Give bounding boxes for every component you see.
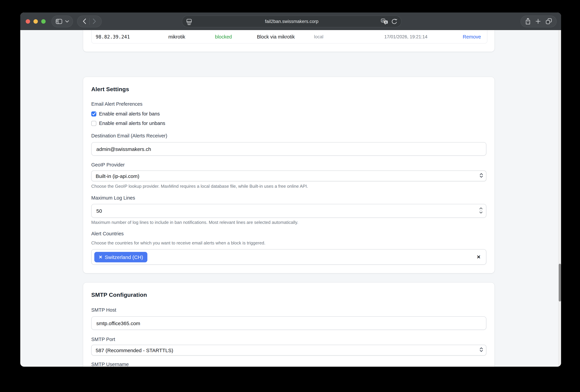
smtp-host-label: SMTP Host xyxy=(91,307,486,313)
smtp-title: SMTP Configuration xyxy=(91,292,486,299)
reload-icon[interactable] xyxy=(391,18,397,25)
sidebar-toggle-group xyxy=(51,15,73,27)
toolbar-actions-group xyxy=(521,15,557,27)
checkbox-row-bans: Enable email alerts for bans xyxy=(91,110,486,117)
browser-toolbar: fail2ban.swissmakers.corp A 文 xyxy=(20,12,561,30)
url-text[interactable]: fail2ban.swissmakers.corp xyxy=(182,19,401,24)
new-tab-icon[interactable] xyxy=(536,19,541,24)
country-tag-label: Switzerland (CH) xyxy=(105,254,143,260)
smtp-port-value: 587 (Recommended - STARTTLS) xyxy=(96,347,173,353)
alert-countries-help: Choose the countries for which you want … xyxy=(91,240,486,246)
unbans-checkbox-label[interactable]: Enable email alerts for unbans xyxy=(99,120,165,126)
unbans-checkbox[interactable] xyxy=(91,121,96,126)
cell-action: Block via mikrotik xyxy=(257,34,295,39)
back-button[interactable] xyxy=(83,18,86,24)
number-stepper-icon[interactable] xyxy=(479,207,483,215)
cell-timestamp: 17/01/2026, 19:21:14 xyxy=(384,34,428,39)
close-window-button[interactable] xyxy=(25,19,30,23)
alert-settings-card: Alert Settings Email Alert Preferences E… xyxy=(83,77,494,273)
share-icon[interactable] xyxy=(525,18,531,25)
cell-ip-address: 98.82.39.241 xyxy=(96,34,130,39)
alert-countries-label: Alert Countries xyxy=(91,231,486,237)
blocked-ips-card: 98.82.39.241 mikrotik blocked Block via … xyxy=(83,30,494,52)
smtp-port-select[interactable]: 587 (Recommended - STARTTLS) xyxy=(91,345,486,356)
forward-button[interactable] xyxy=(93,18,96,24)
translate-icon[interactable]: A 文 xyxy=(381,18,388,25)
scrollbar-track[interactable] xyxy=(558,30,561,367)
bans-checkbox[interactable] xyxy=(91,111,96,116)
safari-window: fail2ban.swissmakers.corp A 文 xyxy=(20,12,561,367)
cell-source: local xyxy=(314,34,323,39)
geoip-provider-select[interactable]: Built-in (ip-api.com) xyxy=(91,171,486,181)
smtp-port-label: SMTP Port xyxy=(91,336,486,342)
destination-email-input[interactable] xyxy=(91,142,486,156)
status-badge: blocked xyxy=(215,34,232,39)
select-stepper-icon xyxy=(480,347,483,353)
clear-countries-icon[interactable]: ✕ xyxy=(477,254,481,260)
bans-checkbox-label[interactable]: Enable email alerts for bans xyxy=(99,111,160,116)
minimize-window-button[interactable] xyxy=(33,19,38,23)
select-stepper-icon xyxy=(480,173,483,179)
cell-jail: mikrotik xyxy=(168,34,185,39)
country-tag-switzerland[interactable]: ✕ Switzerland (CH) xyxy=(94,252,147,262)
nav-divider xyxy=(89,18,90,25)
scrollbar-thumb[interactable] xyxy=(559,264,561,301)
max-log-lines-help: Maximum number of log lines to include i… xyxy=(91,220,486,225)
max-log-lines-label: Maximum Log Lines xyxy=(91,195,486,201)
screenshot-stage: fail2ban.swissmakers.corp A 文 xyxy=(0,0,580,392)
table-row: 98.82.39.241 mikrotik blocked Block via … xyxy=(92,30,487,43)
alert-settings-title: Alert Settings xyxy=(91,86,486,93)
nav-buttons-group xyxy=(77,15,102,27)
remove-link[interactable]: Remove xyxy=(463,34,481,39)
tag-remove-icon[interactable]: ✕ xyxy=(99,255,102,259)
zoom-window-button[interactable] xyxy=(41,19,45,23)
max-log-lines-input[interactable]: 50 xyxy=(91,204,486,218)
geoip-provider-value: Built-in (ip-api.com) xyxy=(96,173,139,179)
tab-overview-icon[interactable] xyxy=(546,18,552,24)
address-bar[interactable]: fail2ban.swissmakers.corp A 文 xyxy=(182,15,402,27)
chevron-down-icon[interactable] xyxy=(65,20,69,22)
checkbox-row-unbans: Enable email alerts for unbans xyxy=(91,120,486,127)
svg-text:文: 文 xyxy=(385,21,387,23)
max-log-lines-value: 50 xyxy=(96,208,102,214)
geoip-provider-help: Choose the GeoIP lookup provider. MaxMin… xyxy=(91,184,486,189)
svg-text:A: A xyxy=(382,19,384,22)
email-preferences-label: Email Alert Preferences xyxy=(91,101,486,107)
smtp-configuration-card: SMTP Configuration SMTP Host SMTP Port 5… xyxy=(83,283,494,367)
page-content: 98.82.39.241 mikrotik blocked Block via … xyxy=(20,30,561,367)
smtp-host-input[interactable] xyxy=(91,316,486,330)
sidebar-icon[interactable] xyxy=(56,19,62,24)
alert-countries-multiselect[interactable]: ✕ Switzerland (CH) ✕ xyxy=(91,249,486,265)
smtp-username-label: SMTP Username xyxy=(91,361,486,367)
destination-email-label: Destination Email (Alerts Receiver) xyxy=(91,133,486,139)
blocked-ips-table: 98.82.39.241 mikrotik blocked Block via … xyxy=(91,30,487,44)
geoip-provider-label: GeoIP Provider xyxy=(91,162,486,168)
